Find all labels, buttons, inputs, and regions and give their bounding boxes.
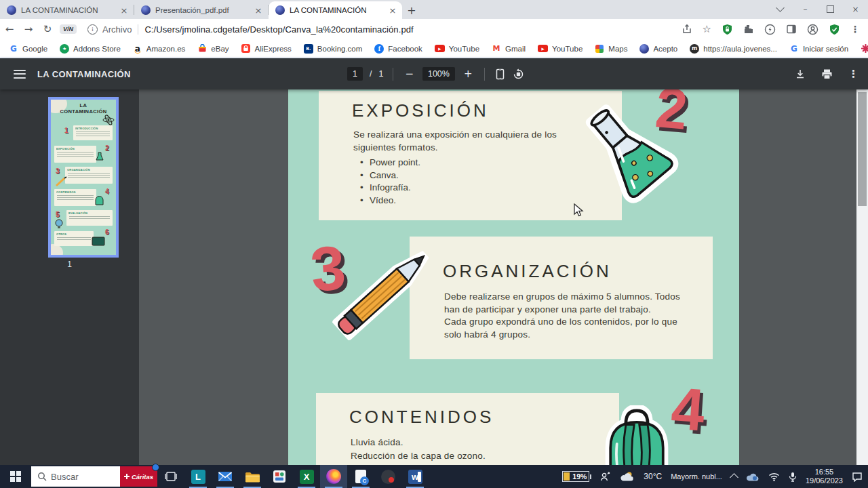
bookmark-aula-jovenes[interactable]: mhttps://aula.jovenes... — [684, 44, 783, 54]
thumbnail-page-number: 1 — [0, 260, 139, 269]
tab-close-icon[interactable]: × — [119, 5, 130, 16]
globe-icon — [639, 44, 649, 54]
reload-button[interactable]: ↻ — [38, 23, 57, 35]
bookmark-facebook[interactable]: fFacebook — [368, 44, 429, 54]
tab-close-icon[interactable]: × — [387, 5, 398, 16]
organizacion-line: Cada grupo expondrá uno de los contenido… — [444, 316, 713, 329]
weather-temp[interactable]: 30°C — [644, 472, 662, 481]
aliexpress-icon — [241, 44, 251, 54]
taskbar-search-box[interactable]: Buscar Cáritas — [31, 466, 157, 487]
bookmark-youtube[interactable]: ▶YouTube — [429, 45, 486, 53]
speed-badge-icon[interactable] — [764, 24, 776, 35]
tab-close-icon[interactable]: × — [253, 5, 264, 16]
download-icon[interactable] — [795, 68, 806, 79]
page-info-icon[interactable]: i — [87, 24, 98, 35]
weather-desc[interactable]: Mayorm. nubl... — [671, 472, 722, 481]
bookmark-correo[interactable]: CORREO — [854, 44, 868, 54]
pdf-menu-dots-icon[interactable]: ⋮ — [848, 68, 859, 80]
youtube-icon: ▶ — [538, 45, 548, 52]
contenidos-item: Reducción de la capa de ozono. — [351, 449, 619, 463]
c-document-icon: C — [355, 470, 366, 483]
maps-icon — [595, 44, 604, 54]
bookmark-google[interactable]: GGoogle — [3, 44, 54, 54]
toolbar-right-icons: ☆ ⋮ — [682, 24, 868, 35]
share-icon[interactable] — [682, 24, 692, 35]
thumb-section-title: CONTENIDOS — [56, 190, 94, 194]
zoom-out-button[interactable]: − — [403, 68, 416, 80]
caritas-badge[interactable]: Cáritas — [120, 466, 157, 487]
tab-la-contaminacion-active[interactable]: LA CONTAMINACIÓN × — [269, 1, 402, 19]
print-icon[interactable] — [821, 68, 833, 80]
rotate-icon[interactable] — [513, 68, 524, 80]
taskbar-app-explorer[interactable] — [239, 465, 266, 488]
bookmark-ebay[interactable]: eBay — [191, 44, 235, 54]
battery-indicator[interactable]: 19% — [562, 471, 591, 482]
pdf-menu-icon[interactable] — [14, 70, 26, 79]
page-number-input[interactable]: 1 — [347, 67, 363, 81]
start-button[interactable] — [0, 465, 31, 488]
weather-icon[interactable] — [620, 471, 635, 482]
tab-search-icon[interactable] — [768, 0, 793, 18]
thumb-num: 6 — [105, 228, 109, 236]
action-center-icon[interactable] — [852, 472, 863, 482]
tab-title: LA CONTAMINACIÓN — [290, 6, 382, 14]
page-thumbnail[interactable]: LA CONTAMINACIÓN 1 INTRODUCCIÓN EXPOSICI… — [48, 97, 119, 258]
bookmark-gmail[interactable]: MGmail — [486, 44, 532, 54]
taskbar-app-excel[interactable]: X — [293, 465, 320, 488]
taskbar-app-l[interactable]: L — [184, 465, 212, 488]
bookmark-maps[interactable]: Maps — [589, 44, 633, 54]
bookmark-iniciar-sesion[interactable]: GIniciar sesión — [783, 44, 854, 54]
fit-to-page-icon[interactable] — [494, 68, 506, 80]
scrollbar-thumb[interactable] — [858, 92, 867, 206]
taskbar-app-c-document[interactable]: C — [347, 465, 374, 488]
zoom-in-button[interactable]: + — [462, 68, 475, 80]
tray-expand-icon[interactable] — [730, 473, 738, 482]
microphone-icon[interactable] — [789, 472, 797, 482]
extensions-puzzle-icon[interactable] — [743, 24, 754, 35]
battery-percent: 19% — [572, 472, 587, 481]
people-icon[interactable] — [600, 472, 611, 482]
bookmark-label: Maps — [608, 45, 627, 53]
bookmark-label: Google — [22, 45, 47, 53]
forward-button[interactable]: → — [19, 23, 38, 35]
browser-menu-dots-icon[interactable]: ⋮ — [850, 24, 860, 35]
tab-presentacion-pdf[interactable]: Presentación_pdf.pdf × — [134, 1, 268, 19]
taskbar-app-mail[interactable] — [212, 465, 239, 488]
bookmark-aliexpress[interactable]: AliExpress — [235, 44, 298, 54]
vertical-scrollbar[interactable] — [856, 89, 868, 465]
side-panel-icon[interactable] — [786, 24, 797, 35]
bookmark-amazon[interactable]: aAmazon.es — [127, 44, 192, 54]
new-tab-button[interactable]: + — [402, 1, 421, 19]
zoom-level-value[interactable]: 100% — [422, 67, 455, 81]
back-button[interactable]: ← — [0, 23, 19, 35]
bookmark-booking[interactable]: B.Booking.com — [298, 44, 368, 54]
caritas-cross-icon — [124, 474, 130, 479]
taskbar-app-word[interactable]: w — [401, 465, 429, 488]
task-view-button[interactable] — [157, 465, 184, 488]
taskbar-app-toolkit[interactable] — [266, 465, 293, 488]
tab-title: Presentación_pdf.pdf — [155, 6, 248, 14]
bookmark-addons-store[interactable]: ★Addons Store — [54, 44, 127, 54]
bookmark-label: https://aula.jovenes... — [703, 45, 777, 53]
tab-la-contaminacion-1[interactable]: LA CONTAMINACIÓN × — [0, 1, 134, 19]
bookmark-acepto[interactable]: Acepto — [633, 44, 684, 54]
address-bar-url[interactable]: C:/Users/jmolina.cdgetafe/Desktop/Canva_… — [144, 24, 413, 35]
wifi-icon[interactable] — [768, 472, 780, 481]
bookmark-youtube-2[interactable]: ▶YouTube — [532, 45, 589, 53]
vpn-extension-icon[interactable]: V/N — [60, 24, 77, 34]
bookmark-label: Booking.com — [317, 45, 362, 53]
profile-icon[interactable] — [807, 24, 818, 35]
window-close-button[interactable]: × — [843, 0, 868, 18]
bookmark-star-icon[interactable]: ☆ — [703, 24, 711, 35]
taskbar-app-media[interactable] — [374, 465, 401, 488]
thumb-section-title: OTROS — [56, 232, 92, 236]
backpack-illustration — [601, 405, 672, 465]
onedrive-cloud-icon[interactable] — [746, 472, 760, 481]
window-maximize-button[interactable] — [818, 0, 843, 18]
page-favicon — [7, 5, 16, 15]
taskbar-clock[interactable]: 16:55 19/06/2023 — [806, 468, 843, 485]
taskbar-app-browser[interactable] — [320, 465, 347, 488]
adblock-shield-icon[interactable] — [722, 24, 733, 35]
window-minimize-button[interactable]: – — [793, 0, 818, 18]
security-shield-icon[interactable] — [829, 24, 840, 35]
